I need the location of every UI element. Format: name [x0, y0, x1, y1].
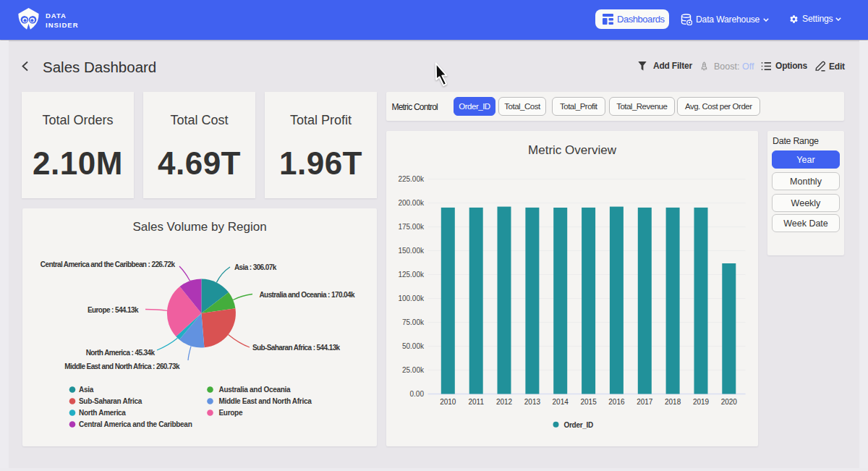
- svg-text:100.00k: 100.00k: [398, 294, 425, 302]
- svg-text:Order_ID: Order_ID: [564, 421, 593, 429]
- svg-text:50.00k: 50.00k: [402, 342, 425, 350]
- svg-text:2011: 2011: [468, 398, 484, 406]
- svg-text:2014: 2014: [553, 398, 569, 406]
- svg-text:125.00k: 125.00k: [398, 271, 425, 279]
- svg-text:Middle East and North Africa :: Middle East and North Africa : 260.73k: [64, 362, 180, 370]
- svg-text:25.00k: 25.00k: [402, 366, 425, 374]
- svg-text:2016: 2016: [608, 398, 625, 406]
- svg-text:175.00k: 175.00k: [398, 223, 425, 231]
- svg-text:Sub-Saharan Africa: Sub-Saharan Africa: [79, 397, 142, 405]
- svg-text:75.00k: 75.00k: [402, 318, 425, 326]
- svg-text:Europe: Europe: [219, 409, 243, 417]
- svg-text:2020: 2020: [721, 398, 738, 406]
- svg-text:Sales Volume by Region: Sales Volume by Region: [132, 220, 266, 234]
- svg-text:2013: 2013: [524, 398, 541, 406]
- svg-text:Central America and the Caribb: Central America and the Caribbean: [79, 420, 192, 428]
- svg-text:Europe : 544.13k: Europe : 544.13k: [88, 306, 139, 314]
- svg-text:2010: 2010: [440, 398, 456, 406]
- svg-text:Asia: Asia: [79, 386, 94, 394]
- svg-text:Australia and Oceania: Australia and Oceania: [219, 386, 291, 394]
- svg-text:2015: 2015: [580, 398, 597, 406]
- svg-text:Central America and the Caribb: Central America and the Caribbean : 226.…: [41, 260, 176, 268]
- svg-text:2017: 2017: [637, 398, 653, 406]
- svg-text:2019: 2019: [693, 398, 710, 406]
- svg-text:Asia : 306.07k: Asia : 306.07k: [234, 263, 277, 271]
- svg-text:200.00k: 200.00k: [398, 199, 425, 207]
- svg-text:Middle East and North Africa: Middle East and North Africa: [219, 397, 312, 405]
- svg-text:North America : 45.34k: North America : 45.34k: [86, 349, 156, 357]
- svg-text:225.00k: 225.00k: [398, 175, 425, 183]
- svg-text:North America: North America: [79, 409, 126, 417]
- svg-text:2012: 2012: [496, 398, 513, 406]
- svg-text:Australia and Oceania : 170.04: Australia and Oceania : 170.04k: [260, 291, 356, 299]
- svg-text:Metric Overview: Metric Overview: [528, 143, 617, 157]
- svg-text:0.00: 0.00: [410, 390, 425, 398]
- svg-text:150.00k: 150.00k: [398, 247, 425, 255]
- svg-text:2018: 2018: [665, 398, 681, 406]
- svg-text:Sub-Saharan Africa : 544.13k: Sub-Saharan Africa : 544.13k: [252, 344, 341, 352]
